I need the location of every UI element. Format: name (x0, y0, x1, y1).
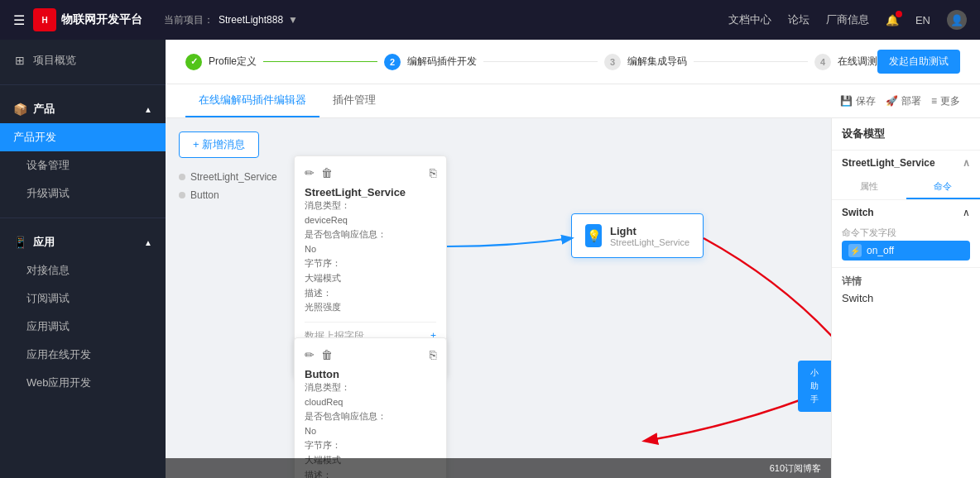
sidebar-item-subscribe-debug[interactable]: 订阅调试 (0, 284, 166, 313)
notification-dot (896, 11, 902, 17)
right-tab-cmd[interactable]: 命令 (906, 175, 981, 199)
switch-label: Switch (842, 207, 874, 218)
action-more[interactable]: ≡ 更多 (931, 94, 960, 108)
right-panel: 设备模型 StreetLight_Service ∧ 属性 命令 S (831, 118, 980, 478)
action-deploy[interactable]: 🚀 部署 (886, 94, 921, 108)
service-dot-2 (179, 192, 185, 198)
assistant-label3: 手 (810, 394, 819, 405)
sidebar-item-device-mgmt[interactable]: 设备管理 (0, 151, 166, 179)
card-edit-icon-1[interactable]: ✏ (305, 166, 315, 179)
overview-icon: ⊞ (13, 54, 26, 67)
sidebar-label-subscribe-debug: 订阅调试 (26, 291, 70, 306)
content-header: ✓ Profile定义 2 编解码插件开发 3 编解集成导码 (166, 40, 980, 84)
nav-docs[interactable]: 文档中心 (728, 12, 771, 27)
step-line-1 (263, 61, 377, 62)
sidebar-divider-2 (0, 217, 166, 218)
sidebar-item-app[interactable]: 📱 应用 ▲ (0, 228, 166, 256)
card-delete-icon-1[interactable]: 🗑 (321, 166, 333, 179)
tab-actions: 💾 保存 🚀 部署 ≡ 更多 (840, 94, 960, 108)
light-node[interactable]: 💡 Light StreetLight_Service (571, 213, 704, 258)
right-tabs: 属性 命令 (832, 175, 980, 200)
light-icon: 💡 (585, 224, 602, 247)
switch-section: Switch ∧ 命令下发字段 ⚡ on_off (832, 200, 980, 267)
nav-vendor[interactable]: 厂商信息 (826, 12, 869, 27)
step-3: 3 编解集成导码 (604, 54, 687, 70)
sidebar-item-app-debug[interactable]: 应用调试 (0, 313, 166, 341)
step-2-circle: 2 (384, 54, 401, 70)
canvas-area: + 新增消息 StreetLight_Service Button (166, 118, 980, 478)
sidebar-item-upgrade-debug[interactable]: 升级调试 (0, 179, 166, 208)
card-copy-icon-1[interactable]: ⎘ (430, 166, 436, 179)
sidebar-item-overview[interactable]: ⊞ 项目概览 (0, 46, 166, 74)
nav-forum[interactable]: 论坛 (788, 12, 809, 27)
service-dot-1 (179, 174, 185, 180)
tab-editor[interactable]: 在线编解码插件编辑器 (185, 84, 319, 117)
new-msg-button[interactable]: + 新增消息 (179, 131, 259, 158)
steps-bar: ✓ Profile定义 2 编解码插件开发 3 编解集成导码 (166, 40, 980, 84)
sidebar-item-product[interactable]: 📦 产品 ▲ (0, 95, 166, 123)
notification-icon[interactable]: 🔔 (886, 14, 899, 26)
right-section-service-header[interactable]: StreetLight_Service ∧ (832, 151, 980, 175)
sidebar-divider-1 (0, 84, 166, 85)
sidebar-item-product-dev[interactable]: 产品开发 (0, 123, 166, 151)
card-title-2: Button (305, 368, 436, 380)
top-bar-right: 文档中心 论坛 厂商信息 🔔 EN 👤 (728, 10, 967, 30)
cmd-icon-on-off: ⚡ (848, 244, 862, 257)
service-label-1: StreetLight_Service (190, 171, 277, 183)
sidebar-label-app: 应用 (33, 235, 55, 250)
sidebar-section-overview: ⊞ 项目概览 (0, 40, 166, 81)
sidebar-item-web-dev[interactable]: Web应用开发 (0, 369, 166, 397)
step-1-label: Profile定义 (209, 55, 257, 69)
project-area: 当前项目： StreetLight888 ▼ (164, 13, 298, 27)
msg-type-row-1: 消息类型：deviceReq (305, 198, 436, 227)
step-3-circle: 3 (604, 54, 621, 70)
detail-title: 详情 (842, 275, 970, 289)
tabs-area: 在线编解码插件编辑器 插件管理 💾 保存 🚀 部署 ≡ 更多 (166, 84, 980, 118)
launch-btn[interactable]: 发起自助测试 (877, 50, 960, 74)
service-item-streetlight[interactable]: StreetLight_Service (179, 171, 818, 183)
nav-lang[interactable]: EN (915, 14, 930, 26)
assistant-label2: 助 (810, 380, 819, 392)
user-avatar-icon[interactable]: 👤 (947, 10, 967, 30)
sidebar-item-app-online[interactable]: 应用在线开发 (0, 341, 166, 369)
sidebar-label-app-online: 应用在线开发 (26, 347, 91, 362)
right-tab-attr[interactable]: 属性 (832, 175, 906, 199)
card-divider-1 (305, 322, 436, 323)
mini-assistant[interactable]: 小 助 手 (798, 361, 831, 412)
cmd-list-label: 命令下发字段 (842, 223, 970, 241)
sidebar-section-product: 📦 产品 ▲ 产品开发 设备管理 升级调试 (0, 88, 166, 214)
top-bar: ☰ H 物联网开发平台 当前项目： StreetLight888 ▼ 文档中心 … (0, 0, 980, 40)
sidebar-label-upgrade-debug: 升级调试 (26, 186, 70, 201)
project-name[interactable]: StreetLight888 (219, 14, 283, 26)
project-dropdown-icon[interactable]: ▼ (288, 14, 298, 26)
menu-icon[interactable]: ☰ (13, 12, 25, 28)
card-info-1: 消息类型：deviceReq 是否包含响应信息：No 字节序：大端模式 描述：光… (305, 198, 436, 315)
card-edit-icon-2[interactable]: ✏ (305, 348, 315, 361)
card-delete-icon-2[interactable]: 🗑 (321, 348, 333, 361)
byte-order-row-1: 字节序：大端模式 (305, 256, 436, 285)
light-title: Light (610, 225, 689, 237)
step-2-label: 编解码插件开发 (407, 55, 477, 69)
card-copy-icon-2[interactable]: ⎘ (430, 348, 436, 361)
card-title-1: StreetLight_Service (305, 186, 436, 198)
logo-area: H 物联网开发平台 (33, 8, 142, 31)
service-item-button[interactable]: Button (179, 189, 818, 201)
app-container: ☰ H 物联网开发平台 当前项目： StreetLight888 ▼ 文档中心 … (0, 0, 980, 478)
sidebar: ⊞ 项目概览 📦 产品 ▲ 产品开发 设备管理 升级调试 (0, 40, 166, 478)
sidebar-label-app-debug: 应用调试 (26, 319, 70, 334)
app-icon: 📱 (13, 236, 26, 249)
step-4-label: 在线调测 (838, 55, 877, 69)
right-panel-title: 设备模型 (832, 118, 980, 151)
product-collapse-icon: ▲ (144, 105, 152, 114)
include-resp-row-1: 是否包含响应信息：No (305, 227, 436, 256)
main-area: ⊞ 项目概览 📦 产品 ▲ 产品开发 设备管理 升级调试 (0, 40, 980, 478)
sidebar-label-overview: 项目概览 (33, 53, 76, 68)
sidebar-section-app: 📱 应用 ▲ 对接信息 订阅调试 应用调试 应用在线开发 Web应用开发 (0, 222, 166, 404)
right-service-collapse: ∧ (963, 157, 970, 169)
tab-plugin-mgmt[interactable]: 插件管理 (319, 84, 389, 117)
sidebar-item-connect-info[interactable]: 对接信息 (0, 256, 166, 284)
cmd-item-on-off[interactable]: ⚡ on_off (842, 241, 970, 261)
sidebar-label-connect-info: 对接信息 (26, 263, 70, 278)
step-2: 2 编解码插件开发 (384, 54, 477, 70)
action-save[interactable]: 💾 保存 (840, 94, 876, 108)
